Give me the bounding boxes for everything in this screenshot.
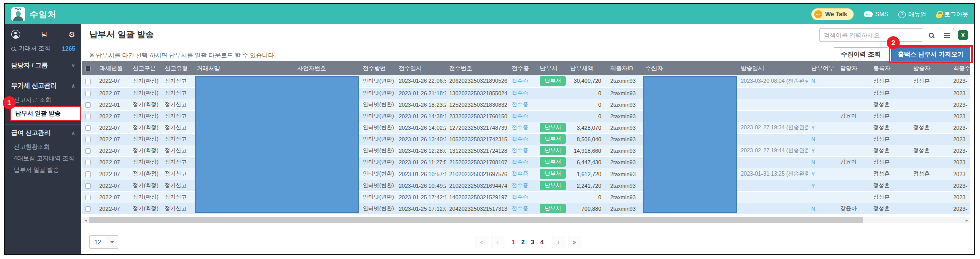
sidebar-item-납부서-일괄-발송[interactable]: 납부서 일괄 발송 — [5, 164, 81, 176]
table-header-row: 과세년월신고구분신고유형거래처명사업자번호접수방법접수일시접수번호접수증납부서납… — [82, 61, 970, 75]
excel-export-button[interactable] — [956, 28, 970, 42]
logo-person-icon — [16, 11, 21, 16]
sms-label: SMS — [875, 11, 888, 18]
select-all-checkbox[interactable] — [85, 66, 91, 71]
row-checkbox[interactable] — [85, 195, 91, 200]
sidebar-item-4대보험-고지내역-조회[interactable]: 4대보험 고지내역 조회 — [5, 153, 81, 164]
page-number-1[interactable]: 1 — [512, 239, 515, 246]
column-header-3: 거래처명 — [194, 61, 294, 75]
gear-icon[interactable]: ⚙ — [69, 31, 75, 38]
receipt-link[interactable]: 접수증 — [512, 182, 528, 188]
main-content: 납부서 일괄 발송 ※ 납부서를 다건 선택 하시면 납부서를 일괄 다운로드 … — [81, 24, 974, 254]
client-name-redaction — [195, 76, 359, 213]
row-checkbox[interactable] — [85, 183, 91, 189]
payment-slip-button[interactable]: 납부서 — [540, 204, 566, 213]
sidebar-item-신고자료-조회[interactable]: 신고자료 조회 — [5, 94, 81, 106]
receipt-link[interactable]: 접수증 — [512, 194, 528, 200]
row-checkbox[interactable] — [85, 148, 91, 154]
page-number-3[interactable]: 3 — [531, 239, 534, 246]
row-checkbox[interactable] — [85, 79, 91, 84]
payment-slip-button[interactable]: 납부서 — [540, 123, 566, 132]
user-name: 님 — [24, 30, 65, 39]
client-count-badge: 1265 — [62, 45, 75, 52]
manual-button[interactable]: 매뉴얼 — [898, 10, 926, 19]
logo-tax-badge: TAX — [15, 8, 21, 11]
page-size-select[interactable]: 12 — [89, 235, 118, 249]
row-checkbox[interactable] — [85, 160, 91, 165]
logout-label: 로그아웃 — [944, 10, 968, 19]
logout-button[interactable]: 로그아웃 — [936, 10, 968, 19]
chevron-up-icon: ∧ — [71, 83, 75, 89]
receipt-link[interactable]: 접수증 — [512, 101, 528, 107]
next-page-button[interactable]: › — [552, 236, 565, 248]
scroll-left-arrow[interactable]: ◂ — [82, 217, 89, 223]
annotation-step-1: 1 — [3, 96, 16, 109]
column-header-2: 신고유형 — [162, 61, 194, 75]
row-checkbox[interactable] — [85, 206, 91, 212]
list-icon — [944, 33, 950, 34]
last-page-button[interactable]: » — [568, 236, 581, 248]
payment-slip-button[interactable]: 납부서 — [540, 181, 566, 190]
sidebar-item-신고현황조회[interactable]: 신고현황조회 — [5, 141, 81, 153]
page-title: 납부서 일괄 발송 — [89, 29, 154, 40]
receipt-link[interactable]: 접수증 — [512, 136, 528, 142]
logo-person-body — [13, 16, 23, 21]
payment-slip-button[interactable]: 납부서 — [540, 157, 566, 167]
search-input[interactable] — [819, 28, 922, 42]
page-number-4[interactable]: 4 — [540, 239, 544, 246]
row-checkbox[interactable] — [85, 171, 91, 177]
we-talk-chat-icon — [814, 10, 822, 18]
chevron-down-icon: ∨ — [71, 63, 75, 68]
column-header-11: 제출자ID — [607, 61, 642, 75]
scrollbar-thumb[interactable] — [89, 217, 863, 223]
search-icon — [11, 47, 15, 51]
scroll-right-arrow[interactable]: ▸ — [963, 217, 970, 223]
payment-slip-button[interactable]: 납부서 — [540, 146, 566, 155]
sms-chat-icon — [864, 11, 873, 17]
row-checkbox[interactable] — [85, 102, 91, 108]
annotation-step-2: 2 — [887, 36, 900, 49]
column-header-1: 신고구분 — [130, 61, 162, 75]
row-checkbox[interactable] — [85, 125, 91, 131]
receipt-link[interactable]: 접수증 — [512, 159, 528, 165]
payment-slip-button[interactable]: 납부서 — [540, 134, 566, 144]
row-checkbox[interactable] — [85, 137, 91, 142]
payment-slip-button[interactable]: 납부서 — [540, 76, 566, 86]
receipt-link[interactable]: 접수증 — [512, 78, 528, 84]
sidebar-section-2[interactable]: 급여 신고관리∧ — [5, 124, 81, 141]
receipt-link[interactable]: 접수증 — [512, 90, 528, 96]
row-checkbox[interactable] — [85, 114, 91, 119]
list-view-button[interactable] — [940, 28, 954, 42]
receipt-link[interactable]: 접수증 — [512, 113, 528, 119]
sidebar-client-search[interactable]: 거래처 조회 1265 — [5, 42, 81, 57]
column-header-13: 발송일시 — [738, 61, 808, 75]
topbar-actions: We Talk SMS 매뉴얼 로그아웃 — [811, 8, 968, 20]
chevron-down-icon — [106, 235, 118, 249]
receipt-link[interactable]: 접수증 — [512, 124, 528, 130]
receipt-link[interactable]: 접수증 — [512, 147, 528, 153]
receipt-link[interactable]: 접수증 — [512, 170, 528, 177]
chevron-up-icon: ∧ — [71, 130, 75, 136]
sidebar-item-납부서-일괄-발송[interactable]: 납부서 일괄 발송 — [10, 106, 81, 121]
column-header-15: 담당자 — [837, 61, 870, 75]
annotation-box-hometax-import — [889, 45, 973, 63]
collect-history-button[interactable]: 수집이력 조회 — [834, 47, 888, 61]
sms-button[interactable]: SMS — [864, 11, 888, 18]
pagination: « ‹ 1234 › » — [475, 236, 581, 248]
sidebar-section-1[interactable]: 부가세 신고관리∧ — [5, 77, 81, 94]
horizontal-scrollbar[interactable]: ◂ ▸ — [82, 217, 970, 223]
column-header-4: 사업자번호 — [294, 61, 360, 75]
first-page-button[interactable]: « — [475, 236, 488, 248]
page-number-2[interactable]: 2 — [521, 239, 525, 246]
prev-page-button[interactable]: ‹ — [491, 236, 504, 248]
receipt-link[interactable]: 접수증 — [512, 205, 528, 211]
column-header-8: 접수증 — [509, 61, 537, 75]
we-talk-button[interactable]: We Talk — [811, 8, 854, 20]
search-button[interactable] — [924, 28, 938, 42]
app-title: 수임처 — [30, 9, 57, 20]
sidebar-section-0[interactable]: 담당자 / 그룹∨ — [5, 57, 81, 74]
page-size-value: 12 — [89, 235, 106, 249]
column-header-14: 납부여부 — [808, 61, 837, 75]
payment-slip-button[interactable]: 납부서 — [540, 169, 566, 179]
row-checkbox[interactable] — [85, 91, 91, 96]
